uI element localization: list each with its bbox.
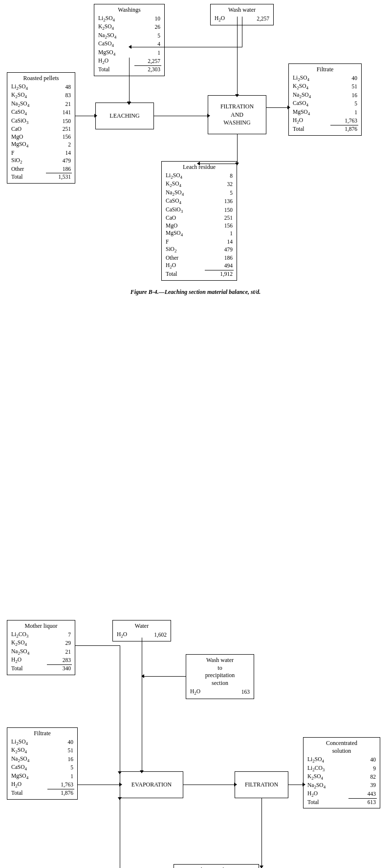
arrowhead-water bbox=[140, 770, 144, 773]
arrow-filt-calc bbox=[261, 798, 262, 867]
arrow-evap-filt bbox=[183, 785, 235, 785]
leach-residue-box: Leach residue Li2SO48 K2SO432 Na2SO45 Ca… bbox=[161, 161, 237, 281]
wash-water-precip-title: Wash watertoprecipitationsection bbox=[189, 657, 251, 687]
arrow-pellets-leaching bbox=[75, 116, 95, 116]
figure-b4-caption: Figure B-4.—Leaching section material ba… bbox=[0, 289, 391, 296]
arrowhead-calc bbox=[260, 866, 263, 868]
arrowhead-ml bbox=[118, 771, 122, 774]
roasted-pellets-box: Roasted pellets Li2SO448 K2SO483 Na2SO42… bbox=[7, 72, 75, 184]
arrow-filt2-evap bbox=[78, 785, 120, 785]
concentrated-solution-title: Concentratedsolution bbox=[306, 740, 377, 755]
filtration-washing-label: FILTRATIONANDWASHING bbox=[220, 103, 254, 127]
arrow-wwp-evap bbox=[142, 676, 186, 677]
calcium-carbonate-box: Calcium carbonateresidue CaCO32 MgCO31 K… bbox=[174, 864, 259, 868]
section1: Roasted pellets Li2SO448 K2SO483 Na2SO42… bbox=[0, 0, 391, 303]
arrow-washings-down bbox=[129, 58, 130, 103]
filtration-washing-box: FILTRATIONANDWASHING bbox=[208, 95, 266, 134]
arrow-wash2-evap-v bbox=[120, 798, 120, 868]
filtrate2-title: Filtrate bbox=[10, 730, 74, 737]
leaching-box: LEACHING bbox=[95, 103, 154, 129]
section2: Mother liquor Li2CO37 K2SO429 Na2SO421 H… bbox=[0, 605, 391, 868]
arrowhead-washings bbox=[127, 102, 131, 104]
arrow-ml-evap-v bbox=[120, 645, 120, 772]
arrow-ml-evap bbox=[75, 645, 120, 646]
concentrated-solution-box: Concentratedsolution Li2SO440 Li2CO39 K2… bbox=[303, 737, 380, 808]
arrowhead-residue bbox=[235, 163, 239, 165]
filtrate-box: Filtrate Li2SO440 K2SO451 Na2SO416 CaSO4… bbox=[288, 63, 362, 136]
filtration-label2: FILTRATION bbox=[245, 781, 278, 789]
arrow-washwater-down bbox=[242, 17, 242, 47]
arrowhead-wwp bbox=[141, 674, 144, 678]
arrow-ww-filt bbox=[237, 17, 238, 95]
arrow-to-residue-h bbox=[199, 164, 238, 164]
wash-water-title: Wash water bbox=[214, 6, 270, 14]
mother-liquor-box: Mother liquor Li2CO37 K2SO429 Na2SO421 H… bbox=[7, 620, 75, 675]
wash-water-precip-box: Wash watertoprecipitationsection H2O163 bbox=[186, 654, 254, 699]
evaporation-label: EVAPORATION bbox=[131, 781, 172, 789]
arrowhead-wash2 bbox=[118, 797, 122, 800]
evaporation-box: EVAPORATION bbox=[120, 771, 183, 798]
filtration-box2: FILTRATION bbox=[235, 771, 288, 798]
water-title: Water bbox=[116, 622, 168, 630]
arrowhead-ww-filt bbox=[235, 94, 239, 97]
filtrate-title: Filtrate bbox=[292, 66, 358, 73]
arrowhead-ww bbox=[129, 45, 131, 49]
arrow-filt-filtrate bbox=[266, 107, 288, 108]
washings-title: Washings bbox=[97, 6, 161, 14]
mother-liquor-title: Mother liquor bbox=[10, 622, 72, 630]
leaching-label: LEACHING bbox=[109, 112, 139, 120]
arrow-filt-residue bbox=[237, 134, 238, 164]
roasted-pellets-title: Roasted pellets bbox=[10, 75, 72, 82]
arrow-washwater-h bbox=[129, 47, 242, 47]
arrow-leaching-filt bbox=[154, 116, 208, 116]
arrowhead-residue-h bbox=[197, 162, 200, 165]
filtrate2-box: Filtrate Li2SO440 K2SO451 Na2SO416 CaSO4… bbox=[7, 727, 78, 800]
arrow-filt-conc bbox=[288, 785, 303, 785]
arrow-water-down bbox=[142, 638, 142, 771]
